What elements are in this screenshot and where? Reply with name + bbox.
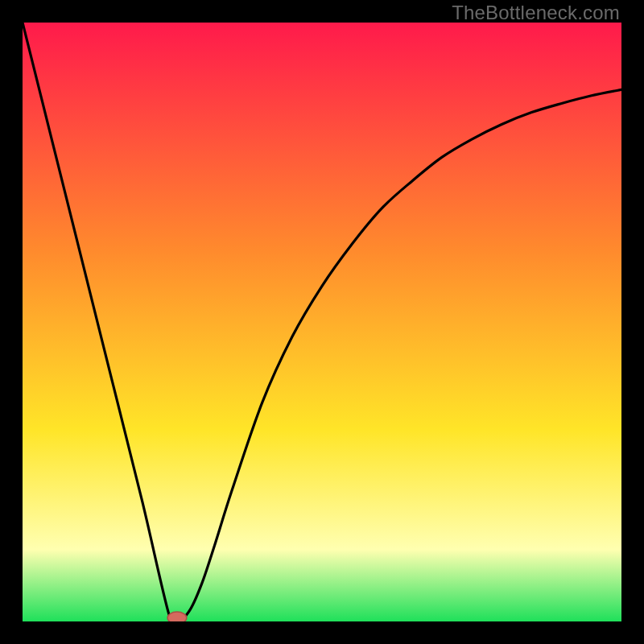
bottleneck-chart (23, 23, 621, 621)
optimum-marker (167, 612, 187, 621)
watermark-text: TheBottleneck.com (452, 2, 620, 24)
chart-frame (23, 23, 621, 621)
